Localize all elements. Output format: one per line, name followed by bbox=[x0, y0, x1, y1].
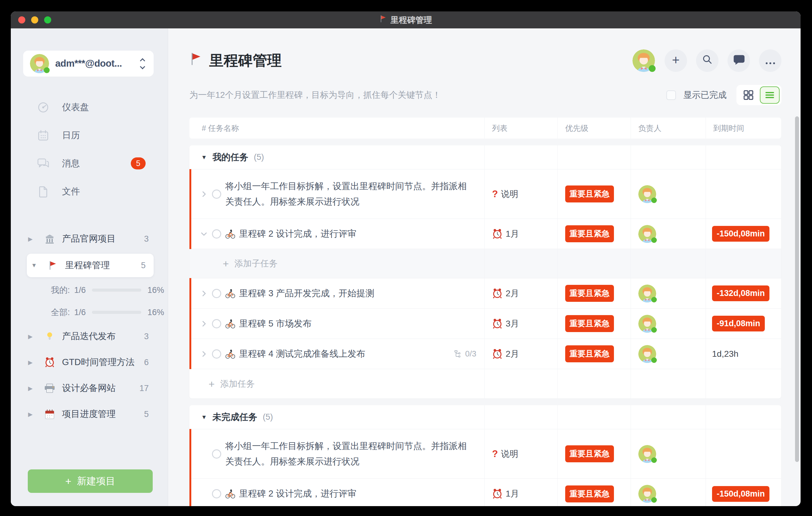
task-name-cell[interactable]: 里程碑 4 测试完成准备线上发布0/3 bbox=[190, 339, 485, 369]
task-name-cell[interactable]: 里程碑 2 设计完成，进行评审 bbox=[190, 479, 485, 506]
user-card[interactable]: adm***@doot... bbox=[23, 51, 154, 77]
project-item-design-sites[interactable]: ▶ 设计必备网站 17 bbox=[11, 375, 168, 401]
expand-toggle-icon[interactable] bbox=[200, 190, 208, 198]
priority-cell[interactable]: 重要且紧急 bbox=[558, 219, 631, 249]
task-name-cell[interactable]: 里程碑 3 产品开发完成，开始提测 bbox=[190, 278, 485, 308]
collapse-group-icon[interactable]: ▼ bbox=[201, 414, 207, 421]
show-completed-checkbox[interactable] bbox=[666, 90, 676, 100]
priority-cell[interactable]: 重要且紧急 bbox=[558, 339, 631, 369]
task-name-cell[interactable]: 将小组一年工作目标拆解，设置出里程碑时间节点。并指派相 关责任人。用标签来展示进… bbox=[190, 429, 485, 478]
due-time-badge: -132d,08min bbox=[712, 285, 770, 301]
list-cell[interactable]: 1月 bbox=[485, 219, 558, 249]
task-row[interactable]: 将小组一年工作目标拆解，设置出里程碑时间节点。并指派相 关责任人。用标签来展示进… bbox=[190, 169, 781, 219]
add-task-row[interactable]: +添加任务 bbox=[190, 369, 781, 398]
list-name: 3月 bbox=[506, 318, 519, 329]
add-task-label[interactable]: +添加子任务 bbox=[223, 258, 278, 269]
add-task-row[interactable]: +添加子任务 bbox=[190, 249, 781, 278]
project-item-schedule[interactable]: ▶ 项目进度管理 5 bbox=[11, 401, 168, 427]
project-item-iteration[interactable]: ▶ 产品迭代发布 3 bbox=[11, 323, 168, 349]
priority-cell[interactable]: 重要且紧急 bbox=[558, 309, 631, 339]
sidebar-item-calendar[interactable]: 日历 bbox=[11, 121, 168, 149]
assignee-cell[interactable] bbox=[631, 339, 706, 369]
show-completed-label: 显示已完成 bbox=[683, 89, 727, 101]
collapsed-arrow-icon[interactable]: ▶ bbox=[28, 359, 37, 366]
current-user-avatar[interactable] bbox=[633, 49, 655, 72]
due-cell[interactable] bbox=[706, 429, 781, 478]
fullscreen-window-button[interactable] bbox=[44, 16, 51, 24]
sidebar-item-dashboard[interactable]: 仪表盘 bbox=[11, 93, 168, 121]
priority-cell[interactable]: 重要且紧急 bbox=[558, 278, 631, 308]
add-button[interactable]: + bbox=[665, 49, 687, 72]
due-cell[interactable]: -150d,08min bbox=[706, 219, 781, 249]
task-row[interactable]: 将小组一年工作目标拆解，设置出里程碑时间节点。并指派相 关责任人。用标签来展示进… bbox=[190, 429, 781, 479]
priority-cell[interactable]: 重要且紧急 bbox=[558, 429, 631, 478]
task-row[interactable]: 里程碑 5 市场发布3月重要且紧急-91d,08min bbox=[190, 309, 781, 339]
add-task-cell[interactable]: +添加任务 bbox=[190, 369, 485, 398]
assignee-cell[interactable] bbox=[631, 429, 706, 478]
sidebar-item-messages[interactable]: 消息 5 bbox=[11, 149, 168, 177]
assignee-cell[interactable] bbox=[631, 309, 706, 339]
new-project-button[interactable]: + 新建项目 bbox=[28, 469, 153, 493]
expand-toggle-icon[interactable] bbox=[200, 289, 208, 297]
expand-toggle-icon[interactable] bbox=[200, 320, 208, 328]
task-checkbox[interactable] bbox=[212, 349, 221, 359]
collapsed-arrow-icon[interactable]: ▶ bbox=[28, 333, 37, 340]
task-checkbox[interactable] bbox=[212, 190, 221, 199]
due-cell[interactable]: -132d,08min bbox=[706, 278, 781, 308]
list-view-button[interactable] bbox=[760, 86, 780, 104]
collapse-group-icon[interactable]: ▼ bbox=[201, 154, 207, 161]
due-cell[interactable]: -150d,08min bbox=[706, 479, 781, 506]
due-cell[interactable] bbox=[706, 169, 781, 219]
task-name-cell[interactable]: 将小组一年工作目标拆解，设置出里程碑时间节点。并指派相 关责任人。用标签来展示进… bbox=[190, 169, 485, 219]
task-checkbox[interactable] bbox=[212, 319, 221, 328]
assignee-cell[interactable] bbox=[631, 169, 706, 219]
project-item-gtd[interactable]: ▶ GTD时间管理方法 6 bbox=[11, 349, 168, 375]
minimize-window-button[interactable] bbox=[31, 16, 38, 24]
list-cell[interactable]: ?说明 bbox=[485, 169, 558, 219]
list-cell[interactable]: 3月 bbox=[485, 309, 558, 339]
expanded-arrow-icon[interactable]: ▼ bbox=[31, 262, 40, 269]
more-button[interactable] bbox=[759, 49, 781, 72]
collapsed-arrow-icon[interactable]: ▶ bbox=[28, 411, 37, 418]
project-item-milestone[interactable]: ▼ 里程碑管理 5 bbox=[27, 254, 154, 277]
empty-cell bbox=[706, 249, 781, 278]
add-task-cell[interactable]: +添加子任务 bbox=[190, 249, 485, 278]
expand-toggle-icon[interactable] bbox=[200, 230, 208, 238]
collapsed-arrow-icon[interactable]: ▶ bbox=[28, 385, 37, 392]
task-name-cell[interactable]: 里程碑 2 设计完成，进行评审 bbox=[190, 219, 485, 249]
task-checkbox[interactable] bbox=[212, 489, 221, 498]
list-cell[interactable]: 2月 bbox=[485, 278, 558, 308]
sidebar: adm***@doot... 仪表盘 日历 消息 5 bbox=[11, 28, 168, 506]
collapsed-arrow-icon[interactable]: ▶ bbox=[28, 235, 37, 242]
task-checkbox[interactable] bbox=[212, 289, 221, 298]
search-button[interactable] bbox=[696, 49, 719, 72]
empty-cell bbox=[485, 145, 558, 169]
task-checkbox[interactable] bbox=[212, 449, 221, 459]
task-checkbox[interactable] bbox=[212, 229, 221, 238]
task-row[interactable]: 里程碑 2 设计完成，进行评审1月重要且紧急-150d,08min bbox=[190, 479, 781, 506]
task-name-cell[interactable]: 里程碑 5 市场发布 bbox=[190, 309, 485, 339]
assignee-cell[interactable] bbox=[631, 219, 706, 249]
account-switcher-icon[interactable] bbox=[141, 59, 146, 68]
close-window-button[interactable] bbox=[18, 16, 25, 24]
task-row[interactable]: 里程碑 4 测试完成准备线上发布0/32月重要且紧急1d,23h bbox=[190, 339, 781, 369]
assignee-cell[interactable] bbox=[631, 479, 706, 506]
list-name: 1月 bbox=[506, 228, 519, 240]
task-row[interactable]: 里程碑 3 产品开发完成，开始提测2月重要且紧急-132d,08min bbox=[190, 278, 781, 309]
grid-view-button[interactable] bbox=[743, 90, 754, 100]
add-task-label[interactable]: +添加任务 bbox=[208, 378, 255, 390]
project-item-official-site[interactable]: ▶ 产品官网项目 3 bbox=[11, 226, 168, 252]
list-cell[interactable]: ?说明 bbox=[485, 429, 558, 478]
list-cell[interactable]: 2月 bbox=[485, 339, 558, 369]
priority-cell[interactable]: 重要且紧急 bbox=[558, 169, 631, 219]
priority-cell[interactable]: 重要且紧急 bbox=[558, 479, 631, 506]
list-cell[interactable]: 1月 bbox=[485, 479, 558, 506]
scrollbar[interactable] bbox=[795, 116, 799, 462]
expand-toggle-icon[interactable] bbox=[200, 350, 208, 358]
task-row[interactable]: 里程碑 2 设计完成，进行评审1月重要且紧急-150d,08min bbox=[190, 219, 781, 249]
due-cell[interactable]: -91d,08min bbox=[706, 309, 781, 339]
chat-button[interactable] bbox=[727, 49, 750, 72]
due-cell[interactable]: 1d,23h bbox=[706, 339, 781, 369]
assignee-cell[interactable] bbox=[631, 278, 706, 308]
sidebar-item-files[interactable]: 文件 bbox=[11, 177, 168, 205]
